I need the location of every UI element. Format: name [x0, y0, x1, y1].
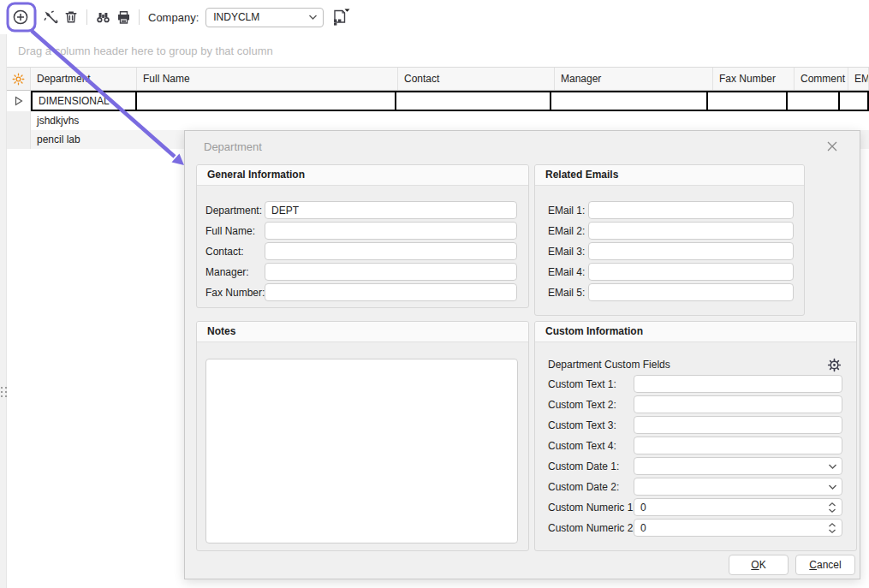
custom-date2-label: Custom Date 2:: [548, 481, 634, 493]
column-header-department[interactable]: Department: [31, 68, 137, 90]
custom-text1-label: Custom Text 1:: [548, 378, 634, 390]
custom-numeric2-spinner[interactable]: [634, 519, 842, 537]
card-layout-icon: [330, 8, 351, 27]
company-combobox-value: INDYCLM: [213, 11, 308, 23]
dialog-title: Department: [204, 140, 262, 153]
chevron-down-icon: [308, 14, 318, 21]
cancel-button[interactable]: Cancel: [795, 555, 855, 575]
cell-comment[interactable]: [788, 92, 840, 110]
notes-textarea[interactable]: [205, 359, 518, 543]
cell-manager[interactable]: [551, 92, 708, 110]
fax-number-field-label: Fax Number:: [205, 287, 265, 299]
dropdown-arrow: [345, 9, 350, 12]
column-header-comment[interactable]: Comment: [795, 68, 848, 90]
find-button[interactable]: [92, 7, 113, 27]
email2-input[interactable]: [588, 222, 794, 240]
full-name-input[interactable]: [265, 222, 517, 240]
column-header-contact[interactable]: Contact: [398, 68, 555, 90]
table-row[interactable]: jshdkjvhs: [7, 111, 869, 130]
column-header-email[interactable]: EMail 1: [848, 68, 869, 90]
custom-date1-label: Custom Date 1:: [548, 460, 634, 472]
focused-row-cells: DIMENSIONAL: [31, 91, 869, 111]
email4-field-label: EMail 4:: [548, 266, 588, 278]
column-header-full-name[interactable]: Full Name: [137, 68, 398, 90]
email1-field-label: EMail 1:: [548, 205, 588, 217]
cell-department[interactable]: pencil lab: [31, 130, 137, 149]
group-notes: Notes: [196, 321, 529, 551]
layout-options-button[interactable]: [330, 7, 351, 27]
delete-button[interactable]: [61, 7, 81, 27]
pencil-sparkle-icon: [43, 9, 59, 26]
custom-numeric1-spinner[interactable]: [634, 498, 842, 516]
email4-input[interactable]: [588, 263, 794, 281]
cell-contact[interactable]: [396, 92, 551, 110]
splitter-grip-icon: [1, 387, 6, 397]
sun-icon: [12, 73, 25, 86]
print-button[interactable]: [113, 7, 134, 27]
custom-date2-dropdown[interactable]: [634, 478, 842, 496]
custom-numeric1-input[interactable]: [634, 499, 823, 515]
group-by-panel[interactable]: Drag a column header here to group by th…: [8, 34, 869, 67]
up-down-spinner-icon[interactable]: [823, 502, 842, 514]
group-by-panel-text: Drag a column header here to group by th…: [18, 45, 273, 57]
toolbar: Company: INDYCLM: [0, 0, 869, 34]
custom-text3-input[interactable]: [634, 416, 842, 434]
group-general-information: General Information Department: Full Nam…: [196, 164, 529, 308]
group-related-emails: Related Emails EMail 1: EMail 2: EMail 3…: [534, 164, 805, 316]
email5-input[interactable]: [588, 283, 794, 301]
cell-department[interactable]: jshdkjvhs: [31, 111, 137, 130]
full-name-field-label: Full Name:: [205, 225, 265, 237]
group-title: Notes: [197, 322, 528, 342]
trash-icon: [63, 9, 79, 25]
contact-input[interactable]: [265, 242, 517, 260]
group-title: Related Emails: [535, 165, 804, 186]
column-header-manager[interactable]: Manager: [555, 68, 713, 90]
cell-department[interactable]: DIMENSIONAL: [33, 92, 137, 110]
custom-text4-input[interactable]: [634, 437, 842, 454]
group-custom-information: Custom Information Department Custom Fie…: [534, 321, 857, 551]
department-dialog: Department General Information Departmen…: [184, 130, 860, 579]
custom-text2-input[interactable]: [634, 395, 842, 413]
custom-numeric2-input[interactable]: [634, 520, 823, 536]
chevron-down-icon[interactable]: [823, 463, 842, 470]
department-input[interactable]: [265, 201, 517, 219]
contact-field-label: Contact:: [205, 246, 265, 258]
custom-text1-input[interactable]: [634, 375, 842, 393]
email2-field-label: EMail 2:: [548, 225, 588, 237]
dialog-close-button[interactable]: [825, 140, 839, 153]
group-title: Custom Information: [535, 322, 856, 342]
email3-input[interactable]: [588, 242, 794, 260]
custom-date1-dropdown[interactable]: [634, 457, 842, 475]
custom-numeric1-label: Custom Numeric 1:: [548, 502, 634, 514]
cell-email[interactable]: [840, 92, 867, 110]
edit-button[interactable]: [40, 7, 61, 27]
chevron-down-icon[interactable]: [823, 484, 842, 490]
table-row-focused[interactable]: DIMENSIONAL: [7, 91, 869, 111]
left-splitter[interactable]: [0, 34, 7, 588]
email5-field-label: EMail 5:: [548, 287, 588, 299]
custom-date1-input[interactable]: [634, 458, 823, 474]
add-button[interactable]: [10, 7, 31, 27]
company-combobox[interactable]: INDYCLM: [205, 8, 324, 27]
row-indicator-cell: [7, 130, 31, 149]
grid-header-row: Department Full Name Contact Manager Fax…: [7, 67, 869, 91]
gear-icon: [827, 358, 842, 372]
printer-icon: [116, 9, 132, 26]
cell-full-name[interactable]: [137, 92, 396, 110]
custom-date2-input[interactable]: [634, 478, 823, 495]
cell-fax-number[interactable]: [708, 92, 788, 110]
close-icon: [826, 140, 838, 152]
email1-input[interactable]: [588, 201, 794, 219]
toolbar-separator: [86, 9, 87, 25]
binoculars-icon: [95, 9, 111, 26]
up-down-spinner-icon[interactable]: [823, 522, 842, 534]
grid-customize-header-cell[interactable]: [7, 68, 31, 90]
column-header-fax-number[interactable]: Fax Number: [713, 68, 795, 90]
manager-input[interactable]: [265, 263, 517, 281]
fax-number-input[interactable]: [265, 283, 517, 301]
custom-fields-settings-button[interactable]: [825, 356, 842, 373]
custom-text3-label: Custom Text 3:: [548, 419, 634, 431]
ok-button[interactable]: OK: [729, 555, 789, 575]
group-title: General Information: [197, 165, 528, 186]
company-label: Company:: [148, 11, 199, 24]
